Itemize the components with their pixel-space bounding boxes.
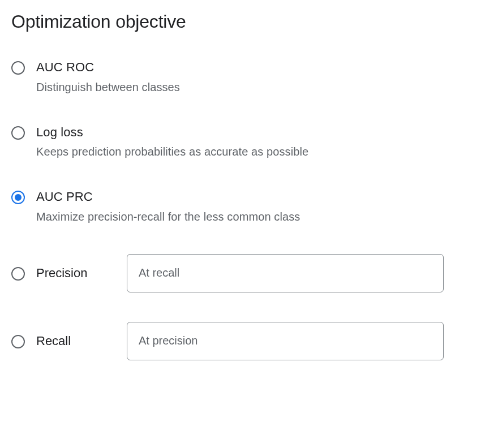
radio-option-precision[interactable]: Precision [11, 254, 487, 292]
option-inline-row: Precision [36, 254, 487, 292]
radio-selected-dot-icon [15, 194, 22, 201]
radio-icon[interactable] [11, 335, 25, 348]
option-content: AUC ROC Distinguish between classes [36, 59, 487, 95]
radio-icon[interactable] [11, 191, 25, 204]
recall-at-precision-input[interactable] [127, 322, 444, 360]
radio-option-log-loss[interactable]: Log loss Keeps prediction probabilities … [11, 124, 487, 160]
option-description: Keeps prediction probabilities as accura… [36, 144, 487, 160]
optimization-objective-radio-group: AUC ROC Distinguish between classes Log … [11, 59, 487, 385]
option-label: Precision [36, 266, 115, 281]
option-content: Log loss Keeps prediction probabilities … [36, 124, 487, 160]
option-content: AUC PRC Maximize precision-recall for th… [36, 189, 487, 225]
radio-option-recall[interactable]: Recall [11, 322, 487, 360]
option-label: Recall [36, 334, 115, 348]
radio-icon[interactable] [11, 267, 25, 281]
page-title: Optimization objective [11, 11, 487, 32]
option-description: Maximize precision-recall for the less c… [36, 209, 487, 225]
option-inline-row: Recall [36, 322, 487, 360]
radio-icon[interactable] [11, 126, 25, 140]
option-label: AUC ROC [36, 59, 487, 76]
radio-icon[interactable] [11, 61, 25, 75]
option-label: AUC PRC [36, 189, 487, 205]
radio-option-auc-prc[interactable]: AUC PRC Maximize precision-recall for th… [11, 189, 487, 225]
option-label: Log loss [36, 124, 487, 141]
option-description: Distinguish between classes [36, 79, 487, 95]
precision-at-recall-input[interactable] [127, 254, 444, 292]
radio-option-auc-roc[interactable]: AUC ROC Distinguish between classes [11, 59, 487, 95]
